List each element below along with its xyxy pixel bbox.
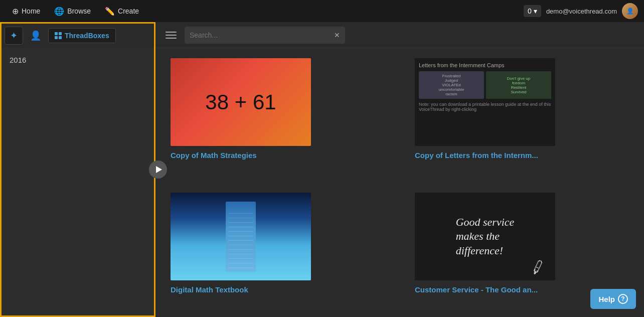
item-title-letters: Copy of Letters from the Internm...	[415, 151, 629, 160]
grid-item-digital-math[interactable]: Digital Math Textbook	[155, 183, 400, 317]
notifications-button[interactable]: 0 ▾	[524, 5, 541, 17]
sidebar-tab-people[interactable]: 👤	[25, 27, 46, 44]
content-area: ✕ 38 + 61 Copy of Math Strategies Letter…	[155, 22, 644, 317]
item-title-digital-math: Digital Math Textbook	[171, 285, 385, 294]
play-button[interactable]	[149, 161, 167, 179]
dropdown-icon: ▾	[534, 7, 537, 15]
star-icon: ✦	[10, 30, 18, 41]
help-label: Help	[598, 295, 615, 303]
person-icon: 👤	[30, 30, 41, 41]
thumb-service-hand-icon: 🖊	[529, 257, 548, 277]
thumb-letters-bg: Letters from the Internment Camps Frustr…	[415, 58, 555, 146]
thumbnail-letters: Letters from the Internment Camps Frustr…	[415, 58, 555, 146]
thumb-service-bg: Good servicemakes thedifference! 🖊	[415, 193, 555, 280]
thumb-math-text: 38 + 61	[205, 90, 276, 114]
help-circle-icon: ?	[618, 294, 628, 304]
item-title-math-strategies: Copy of Math Strategies	[171, 151, 385, 160]
sidebar-tab-threadboxes[interactable]: ThreadBoxes	[48, 28, 116, 43]
sidebar-content: 2016	[2, 48, 154, 72]
thumbnail-digital	[171, 193, 311, 280]
content-grid: 38 + 61 Copy of Math Strategies Letters …	[155, 48, 644, 317]
letter-card-2: Don't give upfcedomResilientSurvived	[486, 71, 551, 99]
thumbnail-math-strategies: 38 + 61	[171, 58, 311, 146]
nav-browse[interactable]: 🌐 Browse	[48, 4, 97, 19]
create-icon: ✏️	[105, 7, 115, 16]
nav-create[interactable]: ✏️ Create	[99, 4, 145, 19]
threadboxes-grid-icon	[55, 32, 62, 39]
sidebar-tab-all[interactable]: ✦	[5, 27, 23, 45]
letter-card-1: FrustratedJudgedVIOLATEduncomfortablerac…	[419, 71, 484, 99]
top-navigation: ⊕ Home 🌐 Browse ✏️ Create 0 ▾ demo@voice…	[0, 0, 644, 22]
avatar[interactable]: 👤	[622, 3, 638, 19]
nav-create-label: Create	[118, 7, 139, 15]
search-clear-button[interactable]: ✕	[334, 31, 340, 39]
thumb-math-bg: 38 + 61	[171, 58, 311, 146]
user-email: demo@voicethread.com	[546, 8, 617, 15]
sidebar: ✦ 👤 ThreadBoxes 2016	[0, 22, 155, 317]
avatar-image: 👤	[622, 3, 638, 19]
nav-home-label: Home	[22, 7, 40, 15]
nav-browse-label: Browse	[67, 7, 91, 15]
thumb-digital-bg	[171, 193, 311, 280]
help-question-mark: ?	[621, 295, 624, 302]
home-icon: ⊕	[12, 7, 19, 16]
nav-home[interactable]: ⊕ Home	[6, 4, 46, 19]
browse-icon: 🌐	[54, 7, 64, 16]
grid-item-math-strategies[interactable]: 38 + 61 Copy of Math Strategies	[155, 48, 400, 183]
search-wrapper: ✕	[185, 27, 345, 44]
main-layout: ✦ 👤 ThreadBoxes 2016	[0, 22, 644, 317]
nav-right-area: 0 ▾ demo@voicethread.com 👤	[524, 3, 638, 19]
help-button[interactable]: Help ?	[590, 289, 636, 309]
threadboxes-label: ThreadBoxes	[65, 32, 109, 40]
content-toolbar: ✕	[155, 22, 644, 48]
thumbnail-service: Good servicemakes thedifference! 🖊	[415, 193, 555, 280]
thumb-letters-note: Note: you can download a printable lesso…	[419, 102, 551, 112]
sidebar-tabs: ✦ 👤 ThreadBoxes	[2, 24, 154, 48]
thumb-service-text: Good servicemakes thedifference!	[446, 205, 525, 268]
play-area	[148, 22, 168, 317]
thumb-letters-title: Letters from the Internment Camps	[419, 62, 505, 68]
search-input[interactable]	[190, 31, 334, 39]
thumb-digital-building	[226, 202, 256, 272]
notifications-count: 0	[528, 7, 532, 15]
thumb-letters-cards: FrustratedJudgedVIOLATEduncomfortablerac…	[419, 71, 551, 99]
grid-item-letters-internment[interactable]: Letters from the Internment Camps Frustr…	[400, 48, 644, 183]
sidebar-year: 2016	[10, 56, 26, 64]
